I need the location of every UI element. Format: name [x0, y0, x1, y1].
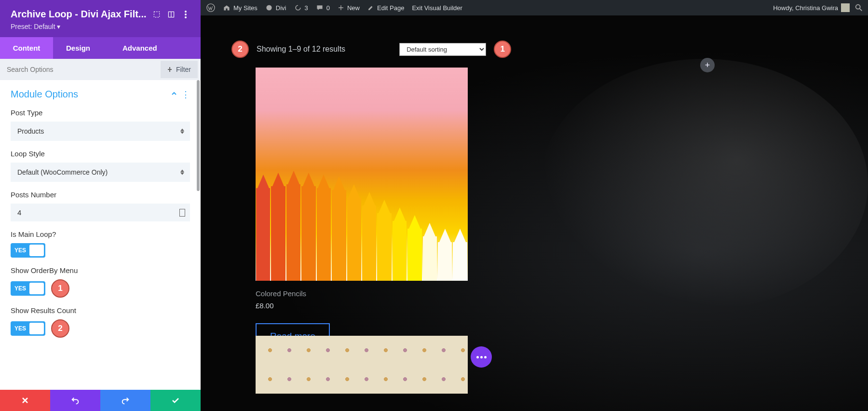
undo-button[interactable] — [50, 390, 100, 411]
comments-link[interactable]: 0 — [316, 4, 330, 12]
responsive-icon[interactable] — [167, 10, 176, 19]
options-scroll[interactable]: Module Options ⋮ Post Type Products Loop… — [0, 80, 201, 390]
post-type-select[interactable]: Products — [11, 122, 190, 141]
svg-point-1 — [266, 5, 271, 10]
divi-settings-sidebar: Archive Loop - Divi Ajax Filt... Preset:… — [0, 0, 201, 411]
annotation-2: 2 — [51, 319, 69, 338]
save-button[interactable] — [150, 390, 201, 411]
edit-page-link[interactable]: Edit Page — [367, 4, 404, 12]
howdy-label: Howdy, Christina Gwira — [773, 4, 838, 12]
filter-label: Filter — [176, 66, 191, 73]
results-count-text: Showing 1–9 of 12 results — [257, 45, 345, 54]
updates-count: 3 — [305, 4, 308, 12]
action-bar — [0, 390, 201, 411]
show-results-count-label: Show Results Count — [11, 306, 190, 315]
wp-logo-icon[interactable] — [206, 3, 215, 12]
posts-number-label: Posts Number — [11, 191, 190, 199]
module-actions-fab[interactable] — [471, 346, 492, 368]
avatar — [841, 3, 850, 12]
tab-content[interactable]: Content — [0, 37, 53, 59]
canvas-annotation-2: 2 — [231, 41, 249, 58]
discard-button[interactable] — [0, 390, 50, 411]
new-link[interactable]: New — [338, 4, 360, 12]
annotation-1: 1 — [51, 279, 69, 298]
new-label: New — [347, 4, 360, 12]
collapse-icon[interactable] — [171, 90, 177, 99]
product-name: Colored Pencils — [256, 289, 468, 298]
product-price: £8.00 — [256, 301, 468, 310]
canvas-annotation-1: 1 — [494, 41, 511, 58]
wp-admin-bar[interactable]: My Sites Divi 3 0 New Edit Page Exit Vis… — [201, 0, 868, 15]
dynamic-content-icon[interactable] — [179, 209, 185, 217]
svg-rect-3 — [154, 12, 159, 17]
post-type-label: Post Type — [11, 109, 190, 117]
edit-page-label: Edit Page — [377, 4, 404, 12]
product-card[interactable]: Colored Pencils £8.00 Read more — [256, 68, 468, 349]
posts-number-value: 4 — [17, 208, 21, 217]
comments-count: 0 — [326, 4, 330, 12]
section-kebab-icon[interactable]: ⋮ — [181, 89, 190, 100]
svg-point-7 — [185, 14, 187, 15]
chevron-updown-icon — [180, 170, 184, 175]
posts-number-input[interactable]: 4 — [11, 204, 190, 221]
site-name-label: Divi — [276, 4, 286, 12]
preset-selector[interactable]: Preset: Default ▾ — [11, 23, 190, 30]
search-icon[interactable] — [854, 3, 863, 12]
product-image — [256, 68, 468, 281]
exit-vb-label: Exit Visual Builder — [412, 4, 462, 12]
svg-point-8 — [185, 16, 187, 18]
svg-point-2 — [856, 5, 860, 9]
settings-tabs: Content Design Advanced — [0, 37, 201, 59]
my-sites-link[interactable]: My Sites — [223, 4, 258, 12]
howdy-user[interactable]: Howdy, Christina Gwira — [773, 3, 850, 12]
loop-style-label: Loop Style — [11, 150, 190, 158]
is-main-loop-toggle[interactable]: YES — [11, 243, 45, 258]
tab-advanced[interactable]: Advanced — [103, 37, 201, 59]
redo-button[interactable] — [100, 390, 150, 411]
builder-canvas: 2 Showing 1–9 of 12 results Default sort… — [201, 15, 868, 411]
updates-link[interactable]: 3 — [294, 4, 308, 12]
show-orderby-toggle[interactable]: YES — [11, 281, 45, 296]
search-row: Filter — [0, 59, 201, 80]
exit-visual-builder-link[interactable]: Exit Visual Builder — [412, 4, 462, 12]
site-link[interactable]: Divi — [265, 4, 286, 12]
my-sites-label: My Sites — [233, 4, 258, 12]
is-main-loop-label: Is Main Loop? — [11, 230, 190, 238]
toggle-knob — [29, 283, 44, 294]
loop-style-select[interactable]: Default (WooCommerce Only) — [11, 163, 190, 182]
product-image-2 — [256, 336, 468, 394]
section-title: Module Options — [11, 89, 171, 100]
module-title: Archive Loop - Divi Ajax Filt... — [11, 9, 147, 20]
toggle-yes-label: YES — [14, 325, 26, 332]
search-options-input[interactable] — [0, 60, 161, 79]
toggle-yes-label: YES — [14, 285, 26, 292]
post-type-value: Products — [17, 127, 44, 135]
toggle-yes-label: YES — [14, 247, 26, 254]
toggle-knob — [29, 245, 44, 256]
loop-style-value: Default (WooCommerce Only) — [17, 168, 108, 176]
toggle-knob — [29, 323, 44, 334]
show-results-count-toggle[interactable]: YES — [11, 321, 45, 336]
svg-point-0 — [207, 4, 215, 12]
svg-point-6 — [185, 11, 187, 13]
chevron-updown-icon — [180, 129, 184, 134]
kebab-icon[interactable] — [181, 10, 190, 19]
expand-icon[interactable] — [152, 10, 161, 19]
tab-design[interactable]: Design — [53, 37, 103, 59]
sorting-select[interactable]: Default sorting — [399, 43, 486, 56]
sidebar-header: Archive Loop - Divi Ajax Filt... Preset:… — [0, 0, 201, 37]
results-bar: 2 Showing 1–9 of 12 results Default sort… — [231, 41, 511, 58]
add-module-button[interactable]: + — [700, 58, 715, 72]
filter-button[interactable]: Filter — [161, 61, 198, 78]
show-orderby-label: Show OrderBy Menu — [11, 266, 190, 274]
